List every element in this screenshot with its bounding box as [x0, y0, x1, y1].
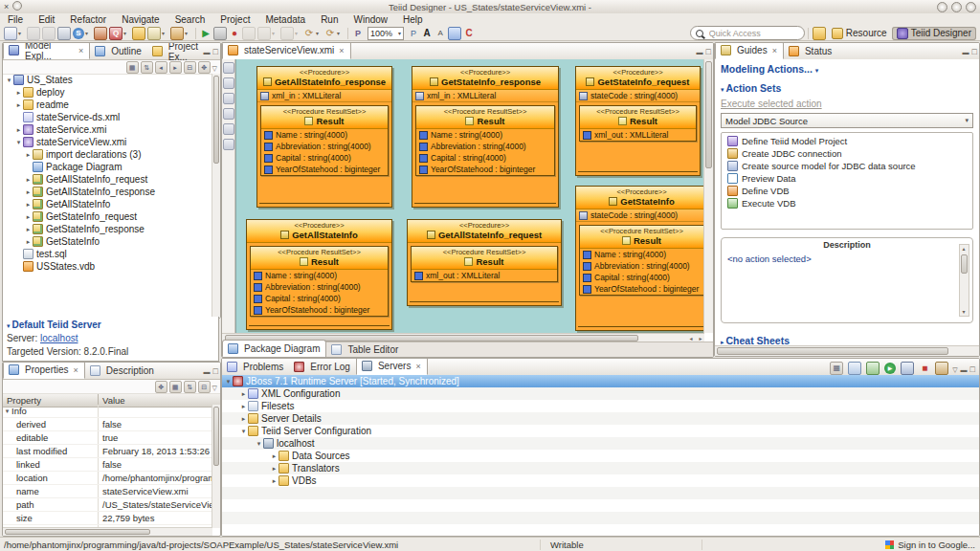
view-menu-icon[interactable]: [212, 382, 217, 392]
package-diagram-canvas[interactable]: <<Procedure>> GetAllStateInfo_response x…: [235, 59, 705, 333]
save-button[interactable]: [27, 27, 40, 40]
result-set-box[interactable]: <<Procedure ResultSet>> Result Name : st…: [250, 246, 389, 317]
action-item[interactable]: Preview Data: [722, 172, 972, 185]
perspective-resource-button[interactable]: Resource: [827, 27, 892, 40]
quick-access-input[interactable]: [707, 28, 790, 39]
property-row[interactable]: size22,759 bytes: [3, 512, 212, 525]
tab-properties[interactable]: Properties: [3, 362, 85, 379]
expander-icon[interactable]: [239, 412, 248, 425]
result-set-box[interactable]: <<Procedure ResultSet>> Result xml_out :…: [579, 105, 697, 142]
maximize-view-icon[interactable]: [213, 365, 218, 376]
tree-item[interactable]: test.sql: [3, 248, 212, 260]
tab-servers[interactable]: Servers: [356, 358, 428, 375]
minimize-view-icon[interactable]: [204, 365, 211, 376]
tree-item[interactable]: readme: [3, 99, 212, 111]
modeling-actions-heading[interactable]: Modeling Actions... ▾: [721, 63, 973, 75]
new-wizard-dropdown-icon[interactable]: ▾: [18, 30, 24, 36]
edit-button[interactable]: [147, 27, 161, 40]
close-window-button[interactable]: [966, 2, 976, 12]
teiid-server-header[interactable]: ▾ Default Teiid Server: [7, 320, 214, 330]
close-icon[interactable]: [77, 45, 83, 55]
tree-item[interactable]: GetAllStateInfo_request: [3, 173, 212, 186]
menu-navigate[interactable]: Navigate: [114, 14, 167, 25]
step-dropdown-icon[interactable]: ▾: [272, 30, 278, 36]
query-dropdown-icon[interactable]: ▾: [123, 30, 129, 36]
tree-item[interactable]: USStates.vdb: [3, 260, 212, 273]
grid-button[interactable]: [448, 27, 461, 40]
action-item[interactable]: Execute VDB: [722, 197, 972, 209]
procedure-box-getallstateinfo-request[interactable]: <<Procedure>> GetAllStateInfo_request <<…: [407, 219, 562, 306]
result-column-row[interactable]: Name : string(4000): [580, 249, 703, 260]
result-column-row[interactable]: Name : string(4000): [251, 270, 388, 281]
procedure-box-getstateinfo-request[interactable]: <<Procedure>> GetStateInfo_request state…: [575, 66, 701, 176]
scrollbar-thumb[interactable]: [717, 347, 948, 355]
expander-icon[interactable]: [24, 210, 33, 223]
expander-icon[interactable]: [24, 186, 33, 198]
menu-refactor[interactable]: Refactor: [62, 14, 114, 25]
view-menu-icon[interactable]: [952, 364, 957, 374]
skip-all-breakpoints-button[interactable]: [242, 27, 256, 40]
result-column-row[interactable]: Capital : string(4000): [580, 272, 703, 283]
pin-icon[interactable]: [155, 381, 167, 393]
window-menu-icon[interactable]: ×: [4, 1, 9, 12]
tab-error-log[interactable]: Error Log: [289, 359, 356, 375]
tree-item[interactable]: Filesets: [222, 400, 979, 412]
properties-vertical-scrollbar[interactable]: [212, 405, 220, 528]
tree-item[interactable]: Translators: [222, 462, 979, 474]
parameter-row[interactable]: stateCode : string(4000): [576, 209, 705, 222]
restore-default-icon[interactable]: [198, 381, 211, 393]
result-set-box[interactable]: <<Procedure ResultSet>> Result Name : st…: [579, 225, 704, 296]
menu-metadata[interactable]: Metadata: [257, 14, 313, 25]
tree-item[interactable]: Server Details: [222, 412, 979, 425]
menu-search[interactable]: Search: [167, 14, 213, 25]
result-column-row[interactable]: Capital : string(4000): [261, 152, 388, 164]
debug-server-icon[interactable]: [866, 362, 880, 375]
perspective-teiid-designer-button[interactable]: Teiid Designer: [892, 27, 976, 40]
tree-item[interactable]: GetStateInfo_request: [3, 210, 212, 223]
expander-icon[interactable]: [24, 223, 33, 235]
result-column-row[interactable]: YearOfStatehood : biginteger: [416, 164, 554, 175]
property-row[interactable]: namestateServiceView.xmi: [3, 485, 212, 498]
expander-icon[interactable]: [239, 425, 248, 437]
collapse-all-icon[interactable]: [830, 362, 843, 375]
procedure-box-getallstateinfo-response[interactable]: <<Procedure>> GetAllStateInfo_response x…: [256, 66, 392, 208]
procedure-box-getstateinfo[interactable]: <<Procedure>> GetStateInfo stateCode : s…: [575, 186, 705, 331]
procedure-box-getallstateinfo[interactable]: <<Procedure>> GetAllStateInfo <<Procedur…: [246, 219, 392, 330]
publish-server-icon[interactable]: [935, 362, 948, 375]
menu-file[interactable]: File: [0, 14, 31, 25]
palette-marquee-icon[interactable]: [223, 77, 234, 89]
palette-zoom-out-icon[interactable]: [223, 108, 234, 120]
tab-description[interactable]: Description: [85, 363, 160, 379]
property-row[interactable]: Info: [3, 405, 212, 418]
expander-icon[interactable]: [14, 99, 23, 111]
maximize-view-icon[interactable]: [213, 46, 218, 56]
zoom-tool-button[interactable]: [408, 28, 419, 39]
back-dropdown-icon[interactable]: ▾: [316, 30, 322, 36]
expander-icon[interactable]: [24, 198, 33, 210]
step-over-button[interactable]: [280, 27, 294, 40]
tree-item[interactable]: deploy: [3, 86, 212, 99]
font-increase-button[interactable]: [421, 28, 433, 39]
tree-item[interactable]: GetStateInfo_response: [3, 223, 212, 235]
tree-item[interactable]: XML Configuration: [222, 387, 979, 400]
property-row[interactable]: linkedfalse: [3, 458, 212, 472]
tree-item[interactable]: stateService.xmi: [3, 123, 212, 136]
open-perspective-button[interactable]: [813, 27, 826, 40]
scroll-down-icon[interactable]: ▾: [960, 308, 968, 316]
show-categories-icon[interactable]: [169, 381, 182, 393]
parameter-row[interactable]: xml_in : XMLLiteral: [412, 90, 558, 102]
dropdown-icon[interactable]: ▾: [815, 67, 819, 74]
close-icon[interactable]: [337, 45, 344, 55]
font-decrease-button[interactable]: [434, 28, 446, 39]
show-model-contents-icon[interactable]: [126, 61, 139, 74]
expander-icon[interactable]: [239, 400, 248, 412]
result-set-box[interactable]: <<Procedure ResultSet>> Result Name : st…: [415, 105, 555, 176]
tab-outline[interactable]: Outline: [90, 43, 147, 59]
expander-icon[interactable]: [270, 474, 278, 487]
menu-project[interactable]: Project: [212, 14, 257, 25]
step-over-dropdown-icon[interactable]: ▾: [295, 30, 301, 36]
tree-item[interactable]: Package Diagram: [3, 161, 212, 173]
properties-horizontal-scrollbar[interactable]: [3, 527, 212, 536]
result-column-row[interactable]: Abbreviation : string(4000): [416, 141, 554, 152]
action-sets-section[interactable]: ▾ Action Sets: [721, 82, 973, 94]
